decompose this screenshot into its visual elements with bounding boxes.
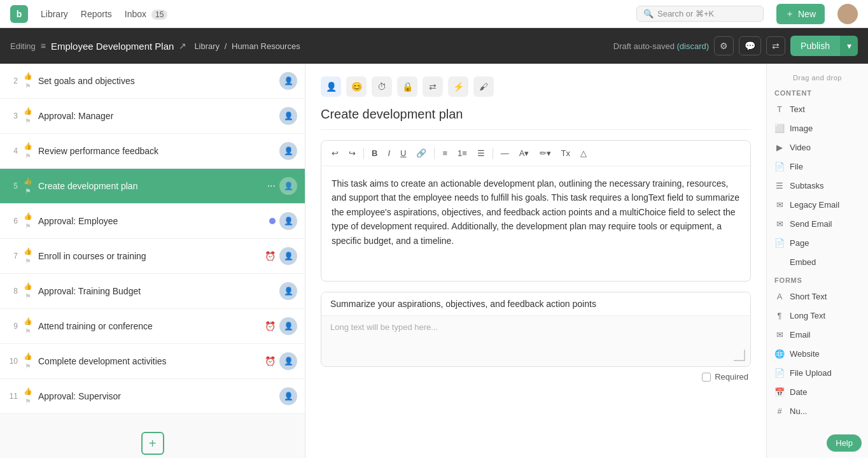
- forms-item-email[interactable]: ✉ Email: [767, 325, 868, 344]
- like-icon: 👍: [24, 106, 32, 115]
- emoji-icon[interactable]: 😊: [346, 76, 367, 97]
- content-item-video[interactable]: ▶ Video: [767, 138, 868, 157]
- task-item[interactable]: 9 👍 ⚑ Attend training or conference ⏰ 👤: [0, 309, 305, 344]
- external-link-icon[interactable]: ↗: [179, 41, 186, 51]
- avatar[interactable]: [837, 4, 858, 24]
- bolt-icon[interactable]: ⚡: [448, 76, 468, 97]
- task-item[interactable]: 3 👍 ⚑ Approval: Manager 👤: [0, 99, 305, 134]
- person-icon: 👤: [284, 76, 293, 85]
- required-label: Required: [715, 372, 748, 382]
- task-item[interactable]: 8 👍 ⚑ Approval: Training Budget 👤: [0, 274, 305, 309]
- task-name: Approval: Supervisor: [38, 391, 274, 401]
- editor-body[interactable]: This task aims to create an actionable d…: [321, 166, 750, 281]
- flag-icon: ⚑: [24, 82, 32, 90]
- clock-indicator: ⏰: [265, 251, 276, 261]
- task-number: 4: [5, 147, 18, 155]
- assignee-icon[interactable]: 👤: [321, 76, 341, 97]
- long-text-icon: ¶: [774, 310, 785, 320]
- search-placeholder: Search or ⌘+K: [657, 9, 714, 18]
- brush-icon[interactable]: 🖌: [473, 76, 494, 97]
- forms-item-label: Short Text: [790, 292, 827, 301]
- task-item[interactable]: 5 👍 ⚑ Create development plan ··· 👤: [0, 169, 305, 204]
- like-icon: 👍: [24, 282, 32, 290]
- task-item[interactable]: 7 👍 ⚑ Enroll in courses or training ⏰ 👤: [0, 239, 305, 274]
- settings-button[interactable]: ⚙: [714, 36, 734, 55]
- forms-item-file-upload[interactable]: 📄 File Upload: [767, 363, 868, 382]
- forms-section-label: FORMS: [767, 271, 868, 287]
- lock-icon[interactable]: 🔒: [397, 76, 417, 97]
- highlight-btn[interactable]: ✏▾: [536, 146, 555, 161]
- content-item-image[interactable]: ⬜ Image: [767, 118, 868, 138]
- forms-item-date[interactable]: 📅 Date: [767, 382, 868, 401]
- new-button[interactable]: ＋ New: [776, 4, 825, 24]
- underline-btn[interactable]: U: [396, 146, 410, 161]
- content-item-send-email[interactable]: ✉ Send Email: [767, 214, 868, 233]
- task-right-actions: ⏰ 👤: [265, 352, 297, 370]
- task-number: 11: [5, 392, 18, 401]
- clock-toolbar-icon[interactable]: ⏱: [372, 76, 392, 97]
- task-item[interactable]: 4 👍 ⚑ Review performance feedback 👤: [0, 134, 305, 169]
- like-icon: 👍: [24, 352, 32, 361]
- shuffle-button[interactable]: ⇄: [766, 36, 785, 55]
- clear-format-btn[interactable]: Tx: [557, 146, 574, 161]
- like-icon: 👍: [24, 176, 32, 185]
- document-icon: ≡: [41, 41, 46, 51]
- forms-item-label: Email: [790, 330, 811, 340]
- discard-link[interactable]: (discard): [677, 41, 710, 51]
- numbered-btn[interactable]: 1≡: [454, 146, 471, 161]
- divider-btn[interactable]: —: [497, 146, 513, 161]
- forms-item-long-text[interactable]: ¶ Long Text: [767, 306, 868, 325]
- add-task-button[interactable]: +: [141, 432, 164, 455]
- more-btn[interactable]: △: [577, 146, 591, 161]
- date-icon: 📅: [774, 387, 785, 397]
- align-btn[interactable]: ☰: [473, 146, 489, 161]
- content-item-text[interactable]: T Text: [767, 99, 868, 118]
- content-item-label: Send Email: [790, 219, 832, 229]
- person-icon: 👤: [284, 252, 293, 261]
- bullet-btn[interactable]: ≡: [438, 146, 451, 161]
- forms-item-short-text[interactable]: A Short Text: [767, 287, 868, 306]
- task-name: Attend training or conference: [38, 321, 260, 331]
- link-btn[interactable]: 🔗: [412, 146, 430, 161]
- main-layout: 2 👍 ⚑ Set goals and objectives 👤 3 👍 ⚑ A…: [0, 64, 868, 458]
- content-item-page[interactable]: 📄 Page: [767, 233, 868, 252]
- task-item[interactable]: 10 👍 ⚑ Complete development activities ⏰…: [0, 344, 305, 379]
- nav-reports[interactable]: Reports: [81, 9, 112, 19]
- font-color-btn[interactable]: A▾: [515, 146, 533, 161]
- shuffle-toolbar-icon[interactable]: ⇄: [423, 76, 443, 97]
- task-avatar: 👤: [279, 352, 297, 370]
- help-button[interactable]: Help: [827, 434, 862, 452]
- content-item-embed[interactable]: Embed: [767, 252, 868, 271]
- task-right-actions: 👤: [279, 107, 297, 125]
- page-icon: 📄: [774, 238, 785, 248]
- italic-btn[interactable]: I: [384, 146, 394, 161]
- forms-item-number[interactable]: # Nu...: [767, 401, 868, 420]
- task-item[interactable]: 2 👍 ⚑ Set goals and objectives 👤: [0, 64, 305, 99]
- nav-library[interactable]: Library: [41, 9, 68, 19]
- task-item[interactable]: 6 👍 ⚑ Approval: Employee 👤: [0, 204, 305, 239]
- search-bar[interactable]: 🔍 Search or ⌘+K: [636, 6, 764, 22]
- undo-btn[interactable]: ↩: [328, 146, 342, 161]
- task-item[interactable]: 11 👍 ⚑ Approval: Supervisor 👤: [0, 379, 305, 414]
- header-actions: ⚙ 💬 ⇄ Publish ▾: [714, 36, 858, 56]
- task-right-actions: 👤: [269, 212, 297, 230]
- publish-button[interactable]: Publish: [790, 36, 840, 56]
- content-item-subtasks[interactable]: ☰ Subtasks: [767, 176, 868, 195]
- content-item-file[interactable]: 📄 File: [767, 157, 868, 176]
- person-icon: 👤: [284, 217, 293, 225]
- task-menu-dots[interactable]: ···: [267, 180, 276, 192]
- form-field-input[interactable]: Long text will be typed here...: [321, 315, 750, 366]
- task-name: Set goals and objectives: [38, 76, 274, 86]
- required-checkbox[interactable]: [702, 373, 711, 382]
- center-content: 👤 😊 ⏱ 🔒 ⇄ ⚡ 🖌 Create development plan ↩ …: [305, 64, 766, 458]
- redo-btn[interactable]: ↪: [345, 146, 360, 161]
- content-item-legacy-email[interactable]: ✉ Legacy Email: [767, 195, 868, 214]
- forms-item-label: Nu...: [790, 406, 807, 416]
- task-side-icons: 👍 ⚑: [23, 211, 33, 231]
- publish-caret[interactable]: ▾: [840, 36, 858, 56]
- comment-button[interactable]: 💬: [739, 36, 761, 55]
- task-name: Approval: Manager: [38, 111, 274, 121]
- nav-inbox[interactable]: Inbox 15: [125, 9, 168, 19]
- bold-btn[interactable]: B: [368, 146, 381, 161]
- forms-item-website[interactable]: 🌐 Website: [767, 344, 868, 363]
